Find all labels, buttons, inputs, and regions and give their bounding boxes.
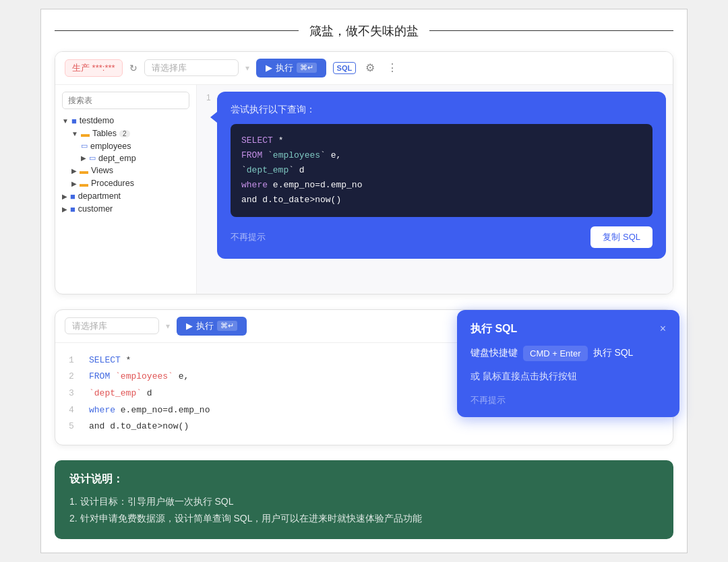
tables-folder-icon: ▬ (81, 129, 90, 139)
editor-area-top: 1 尝试执行以下查询： SELECT * FROM `employees` e,… (197, 85, 673, 294)
tree-customer[interactable]: ▶ ■ customer (62, 203, 189, 216)
design-note: 设计说明： 1. 设计目标：引导用户做一次执行 SQL 2. 针对申请免费数据源… (55, 460, 673, 539)
refresh-icon[interactable]: ↻ (129, 63, 138, 73)
tree-dept-emp[interactable]: ▶ ▭ dept_emp (81, 152, 189, 164)
line-number: 1 (206, 93, 211, 102)
exec-popup: 执行 SQL × 键盘快捷键 CMD + Enter 执行 SQL 或 鼠标直接… (457, 310, 679, 417)
close-popup-button[interactable]: × (660, 323, 666, 335)
tree-department[interactable]: ▶ ■ department (62, 190, 189, 203)
db-folder-icon: ■ (71, 116, 77, 126)
tooltip-footer: 不再提示 复制 SQL (231, 226, 653, 248)
env-badge: 生产 ***:*** (65, 59, 123, 77)
exec-popup-header: 执行 SQL × (471, 322, 666, 336)
tree-tables-children: ▭ employees ▶ ▭ dept_emp (71, 140, 189, 164)
exec-shortcut-row: 键盘快捷键 CMD + Enter 执行 SQL (471, 346, 666, 361)
design-note-item1: 1. 设计目标：引导用户做一次执行 SQL (69, 493, 659, 510)
table-icon-employees: ▭ (81, 142, 88, 150)
views-folder-icon: ▬ (80, 166, 88, 176)
no-remind-btn[interactable]: 不再提示 (231, 231, 266, 243)
page-container: 箴盐，做不失味的盐 生产 ***:*** ↻ 请选择库 ▾ ▶ 执行 ⌘↵ SQ… (40, 9, 688, 554)
db-select-bottom[interactable]: 请选择库 (65, 317, 159, 334)
db-select-top[interactable]: 请选择库 (144, 59, 239, 76)
bottom-toolbar: 请选择库 ▾ ▶ 执行 ⌘↵ 执行 SQL × 键盘快捷键 CMD + Ente… (55, 310, 673, 343)
filter-icon-btn[interactable]: ⚙ (363, 60, 377, 75)
tree-views[interactable]: ▶ ▬ Views (71, 164, 189, 177)
shortcut-label: 键盘快捷键 (471, 347, 518, 359)
bottom-panel: 请选择库 ▾ ▶ 执行 ⌘↵ 执行 SQL × 键盘快捷键 CMD + Ente… (55, 309, 673, 445)
db-icon-dept: ■ (70, 191, 75, 201)
exec-mouse-desc: 或 鼠标直接点击执行按钮 (471, 371, 666, 383)
sql-badge: SQL (333, 62, 357, 74)
search-input[interactable] (62, 92, 189, 109)
copy-sql-button[interactable]: 复制 SQL (590, 226, 653, 248)
header-line-left (55, 30, 299, 31)
top-panel: 生产 ***:*** ↻ 请选择库 ▾ ▶ 执行 ⌘↵ SQL ⚙ ⋮ ▼ (55, 51, 673, 294)
table-icon-dept: ▭ (89, 154, 96, 162)
code-row-5: 5 and d.to_date>now() (69, 418, 659, 435)
code-block: SELECT * FROM `employees` e, `dept_emp` … (231, 124, 653, 217)
shortcut-action: 执行 SQL (593, 347, 634, 359)
db-icon-cust: ■ (70, 204, 75, 214)
sidebar-tree: ▼ ■ testdemo ▼ ▬ Tables 2 ▭ employees (55, 85, 197, 294)
kbd-badge: CMD + Enter (523, 346, 588, 361)
tree-testdemo-children: ▼ ▬ Tables 2 ▭ employees ▶ ▭ dept (62, 127, 189, 190)
tree-employees[interactable]: ▭ employees (81, 140, 189, 152)
tree-root[interactable]: ▼ ■ testdemo (62, 115, 189, 127)
panel-body-top: ▼ ■ testdemo ▼ ▬ Tables 2 ▭ employees (55, 85, 673, 294)
top-toolbar: 生产 ***:*** ↻ 请选择库 ▾ ▶ 执行 ⌘↵ SQL ⚙ ⋮ (55, 52, 673, 85)
tree-tables[interactable]: ▼ ▬ Tables 2 (71, 127, 189, 140)
tree-procedures[interactable]: ▶ ▬ Procedures (71, 177, 189, 190)
more-icon-btn[interactable]: ⋮ (384, 60, 400, 75)
procedures-folder-icon: ▬ (80, 179, 88, 189)
header-line-right (429, 30, 673, 31)
page-header: 箴盐，做不失味的盐 (55, 23, 673, 39)
page-title: 箴盐，做不失味的盐 (299, 23, 429, 39)
tooltip-title: 尝试执行以下查询： (231, 104, 653, 116)
tooltip-arrow (210, 112, 217, 123)
design-note-title: 设计说明： (69, 472, 659, 487)
exec-button-top[interactable]: ▶ 执行 ⌘↵ (256, 59, 326, 77)
exec-button-bottom[interactable]: ▶ 执行 ⌘↵ (177, 317, 247, 336)
design-note-item2: 2. 针对申请免费数据源，设计简单查询 SQL，用户可以在进来时就快速体验产品功… (69, 510, 659, 527)
exec-popup-title: 执行 SQL (471, 322, 517, 336)
no-remind2-btn[interactable]: 不再提示 (471, 395, 506, 405)
tooltip-card: 尝试执行以下查询： SELECT * FROM `employees` e, `… (217, 92, 666, 259)
